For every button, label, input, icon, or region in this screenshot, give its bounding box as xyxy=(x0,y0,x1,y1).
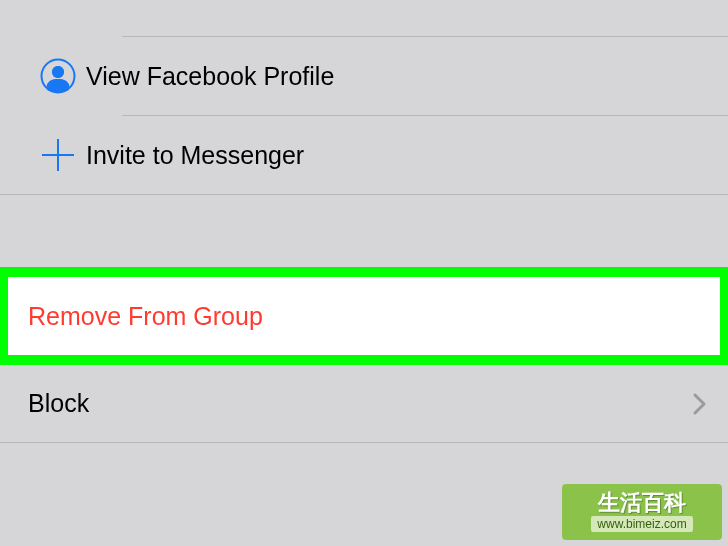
watermark-title: 生活百科 xyxy=(598,492,686,514)
view-profile-label: View Facebook Profile xyxy=(86,62,728,91)
highlight-annotation: Remove From Group xyxy=(0,267,728,365)
block-row[interactable]: Block xyxy=(0,365,728,443)
plus-icon xyxy=(0,137,86,173)
profile-icon xyxy=(0,58,86,94)
watermark-badge: 生活百科 www.bimeiz.com xyxy=(562,484,722,540)
remove-from-group-row[interactable]: Remove From Group xyxy=(8,277,720,355)
block-label: Block xyxy=(28,389,692,418)
watermark-url: www.bimeiz.com xyxy=(591,516,692,532)
chevron-right-icon xyxy=(692,392,708,416)
view-profile-row[interactable]: View Facebook Profile xyxy=(0,37,728,115)
options-section-top: View Facebook Profile Invite to Messenge… xyxy=(0,36,728,195)
svg-point-3 xyxy=(52,66,64,78)
invite-row[interactable]: Invite to Messenger xyxy=(0,116,728,194)
section-gap xyxy=(0,195,728,267)
invite-label: Invite to Messenger xyxy=(86,141,728,170)
remove-label: Remove From Group xyxy=(28,302,263,331)
